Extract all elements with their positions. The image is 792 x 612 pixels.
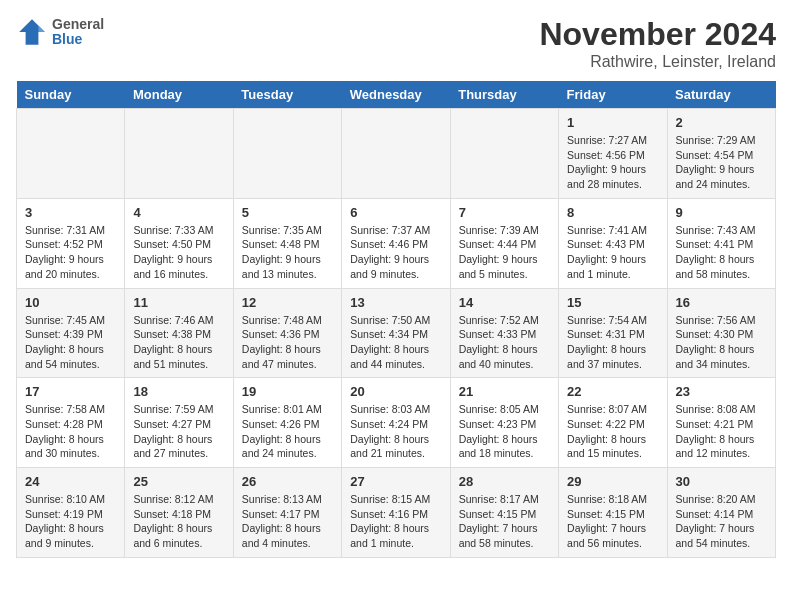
calendar-row: 17Sunrise: 7:58 AM Sunset: 4:28 PM Dayli…: [17, 378, 776, 468]
day-info: Sunrise: 8:07 AM Sunset: 4:22 PM Dayligh…: [567, 402, 658, 461]
day-info: Sunrise: 7:46 AM Sunset: 4:38 PM Dayligh…: [133, 313, 224, 372]
header-sunday: Sunday: [17, 81, 125, 109]
day-number: 17: [25, 384, 116, 399]
table-row: 4Sunrise: 7:33 AM Sunset: 4:50 PM Daylig…: [125, 198, 233, 288]
table-row: 14Sunrise: 7:52 AM Sunset: 4:33 PM Dayli…: [450, 288, 558, 378]
table-row: 17Sunrise: 7:58 AM Sunset: 4:28 PM Dayli…: [17, 378, 125, 468]
day-info: Sunrise: 8:01 AM Sunset: 4:26 PM Dayligh…: [242, 402, 333, 461]
title-area: November 2024 Rathwire, Leinster, Irelan…: [539, 16, 776, 71]
day-info: Sunrise: 7:54 AM Sunset: 4:31 PM Dayligh…: [567, 313, 658, 372]
table-row: 13Sunrise: 7:50 AM Sunset: 4:34 PM Dayli…: [342, 288, 450, 378]
calendar-title: November 2024: [539, 16, 776, 53]
table-row: 23Sunrise: 8:08 AM Sunset: 4:21 PM Dayli…: [667, 378, 775, 468]
day-info: Sunrise: 7:56 AM Sunset: 4:30 PM Dayligh…: [676, 313, 767, 372]
header-monday: Monday: [125, 81, 233, 109]
day-number: 25: [133, 474, 224, 489]
day-info: Sunrise: 8:20 AM Sunset: 4:14 PM Dayligh…: [676, 492, 767, 551]
day-number: 13: [350, 295, 441, 310]
day-info: Sunrise: 7:59 AM Sunset: 4:27 PM Dayligh…: [133, 402, 224, 461]
header-friday: Friday: [559, 81, 667, 109]
table-row: [125, 109, 233, 199]
day-number: 22: [567, 384, 658, 399]
logo-line2: Blue: [52, 32, 104, 47]
calendar-row: 3Sunrise: 7:31 AM Sunset: 4:52 PM Daylig…: [17, 198, 776, 288]
day-number: 24: [25, 474, 116, 489]
day-info: Sunrise: 7:31 AM Sunset: 4:52 PM Dayligh…: [25, 223, 116, 282]
day-number: 30: [676, 474, 767, 489]
day-info: Sunrise: 8:18 AM Sunset: 4:15 PM Dayligh…: [567, 492, 658, 551]
day-info: Sunrise: 8:17 AM Sunset: 4:15 PM Dayligh…: [459, 492, 550, 551]
day-info: Sunrise: 8:15 AM Sunset: 4:16 PM Dayligh…: [350, 492, 441, 551]
day-info: Sunrise: 7:39 AM Sunset: 4:44 PM Dayligh…: [459, 223, 550, 282]
table-row: 6Sunrise: 7:37 AM Sunset: 4:46 PM Daylig…: [342, 198, 450, 288]
weekday-header-row: Sunday Monday Tuesday Wednesday Thursday…: [17, 81, 776, 109]
day-info: Sunrise: 8:03 AM Sunset: 4:24 PM Dayligh…: [350, 402, 441, 461]
calendar-row: 1Sunrise: 7:27 AM Sunset: 4:56 PM Daylig…: [17, 109, 776, 199]
day-number: 21: [459, 384, 550, 399]
day-number: 1: [567, 115, 658, 130]
day-info: Sunrise: 7:50 AM Sunset: 4:34 PM Dayligh…: [350, 313, 441, 372]
day-number: 19: [242, 384, 333, 399]
header: General Blue November 2024 Rathwire, Lei…: [16, 16, 776, 71]
day-info: Sunrise: 8:13 AM Sunset: 4:17 PM Dayligh…: [242, 492, 333, 551]
day-number: 28: [459, 474, 550, 489]
calendar-row: 24Sunrise: 8:10 AM Sunset: 4:19 PM Dayli…: [17, 468, 776, 558]
table-row: [233, 109, 341, 199]
day-info: Sunrise: 7:29 AM Sunset: 4:54 PM Dayligh…: [676, 133, 767, 192]
day-number: 4: [133, 205, 224, 220]
day-number: 9: [676, 205, 767, 220]
table-row: 18Sunrise: 7:59 AM Sunset: 4:27 PM Dayli…: [125, 378, 233, 468]
day-number: 2: [676, 115, 767, 130]
day-number: 11: [133, 295, 224, 310]
table-row: 27Sunrise: 8:15 AM Sunset: 4:16 PM Dayli…: [342, 468, 450, 558]
table-row: 22Sunrise: 8:07 AM Sunset: 4:22 PM Dayli…: [559, 378, 667, 468]
table-row: 21Sunrise: 8:05 AM Sunset: 4:23 PM Dayli…: [450, 378, 558, 468]
day-number: 16: [676, 295, 767, 310]
logo: General Blue: [16, 16, 104, 48]
day-number: 5: [242, 205, 333, 220]
day-info: Sunrise: 8:05 AM Sunset: 4:23 PM Dayligh…: [459, 402, 550, 461]
table-row: 25Sunrise: 8:12 AM Sunset: 4:18 PM Dayli…: [125, 468, 233, 558]
table-row: 16Sunrise: 7:56 AM Sunset: 4:30 PM Dayli…: [667, 288, 775, 378]
table-row: [17, 109, 125, 199]
day-number: 6: [350, 205, 441, 220]
header-saturday: Saturday: [667, 81, 775, 109]
table-row: 29Sunrise: 8:18 AM Sunset: 4:15 PM Dayli…: [559, 468, 667, 558]
table-row: 3Sunrise: 7:31 AM Sunset: 4:52 PM Daylig…: [17, 198, 125, 288]
header-tuesday: Tuesday: [233, 81, 341, 109]
day-info: Sunrise: 7:35 AM Sunset: 4:48 PM Dayligh…: [242, 223, 333, 282]
day-info: Sunrise: 7:52 AM Sunset: 4:33 PM Dayligh…: [459, 313, 550, 372]
table-row: 5Sunrise: 7:35 AM Sunset: 4:48 PM Daylig…: [233, 198, 341, 288]
day-number: 18: [133, 384, 224, 399]
day-info: Sunrise: 7:58 AM Sunset: 4:28 PM Dayligh…: [25, 402, 116, 461]
day-number: 7: [459, 205, 550, 220]
table-row: 28Sunrise: 8:17 AM Sunset: 4:15 PM Dayli…: [450, 468, 558, 558]
day-number: 23: [676, 384, 767, 399]
day-info: Sunrise: 7:45 AM Sunset: 4:39 PM Dayligh…: [25, 313, 116, 372]
logo-text: General Blue: [52, 17, 104, 48]
day-number: 8: [567, 205, 658, 220]
day-info: Sunrise: 7:33 AM Sunset: 4:50 PM Dayligh…: [133, 223, 224, 282]
calendar-subtitle: Rathwire, Leinster, Ireland: [539, 53, 776, 71]
day-info: Sunrise: 7:41 AM Sunset: 4:43 PM Dayligh…: [567, 223, 658, 282]
day-number: 3: [25, 205, 116, 220]
calendar-table: Sunday Monday Tuesday Wednesday Thursday…: [16, 81, 776, 558]
table-row: 12Sunrise: 7:48 AM Sunset: 4:36 PM Dayli…: [233, 288, 341, 378]
table-row: 24Sunrise: 8:10 AM Sunset: 4:19 PM Dayli…: [17, 468, 125, 558]
svg-marker-1: [38, 26, 44, 32]
day-number: 27: [350, 474, 441, 489]
table-row: 10Sunrise: 7:45 AM Sunset: 4:39 PM Dayli…: [17, 288, 125, 378]
day-info: Sunrise: 8:12 AM Sunset: 4:18 PM Dayligh…: [133, 492, 224, 551]
table-row: 30Sunrise: 8:20 AM Sunset: 4:14 PM Dayli…: [667, 468, 775, 558]
table-row: 11Sunrise: 7:46 AM Sunset: 4:38 PM Dayli…: [125, 288, 233, 378]
day-number: 26: [242, 474, 333, 489]
calendar-row: 10Sunrise: 7:45 AM Sunset: 4:39 PM Dayli…: [17, 288, 776, 378]
day-number: 14: [459, 295, 550, 310]
logo-line1: General: [52, 17, 104, 32]
table-row: 1Sunrise: 7:27 AM Sunset: 4:56 PM Daylig…: [559, 109, 667, 199]
table-row: [342, 109, 450, 199]
day-number: 10: [25, 295, 116, 310]
day-info: Sunrise: 7:43 AM Sunset: 4:41 PM Dayligh…: [676, 223, 767, 282]
day-number: 29: [567, 474, 658, 489]
table-row: 15Sunrise: 7:54 AM Sunset: 4:31 PM Dayli…: [559, 288, 667, 378]
